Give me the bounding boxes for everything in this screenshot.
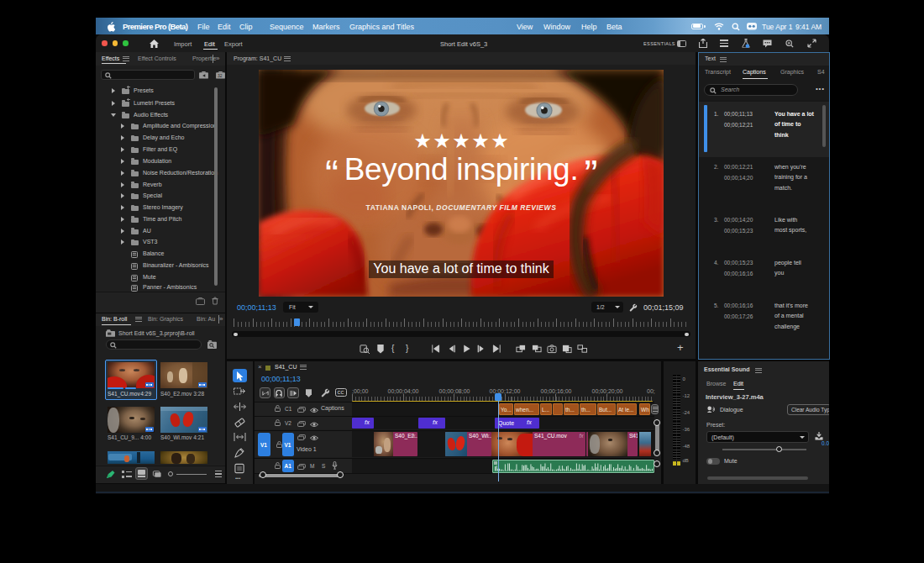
svg-text:32: 32 — [218, 74, 223, 78]
